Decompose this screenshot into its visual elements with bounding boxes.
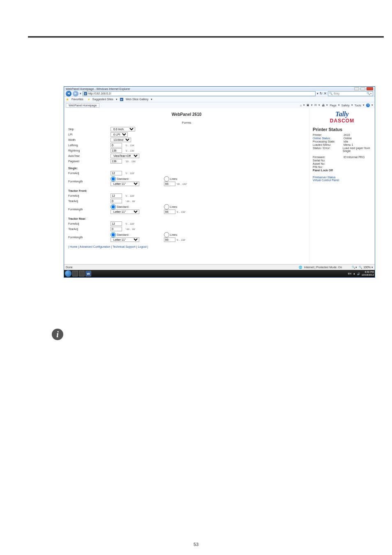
refresh-icon[interactable]: ↻ bbox=[320, 92, 323, 95]
suggested-sites-link[interactable]: Suggested Sites bbox=[92, 98, 113, 101]
autotear-select[interactable]: ViewTear=Off bbox=[111, 154, 139, 158]
tf-formadj-input[interactable] bbox=[111, 193, 122, 198]
lpi-select[interactable]: 6 LPI bbox=[111, 132, 128, 137]
pagewid-label: Pagewid bbox=[68, 160, 107, 163]
safety-menu[interactable]: Safety bbox=[341, 104, 350, 107]
tf-standard-radio[interactable] bbox=[111, 204, 116, 210]
maximize-button[interactable] bbox=[360, 87, 365, 90]
tf-lines-input[interactable] bbox=[164, 210, 175, 214]
address-bar[interactable]: e http://192.168.0.2/ bbox=[83, 91, 316, 96]
rightmrg-input[interactable] bbox=[111, 148, 122, 153]
web-slice-link[interactable]: Web Slice Gallery bbox=[126, 98, 149, 101]
tf-standard-select[interactable]: Letter 11" bbox=[111, 210, 139, 214]
print-icon[interactable]: 🖶 bbox=[322, 104, 325, 107]
tray-icon[interactable]: ▲ bbox=[353, 272, 355, 275]
forward-button[interactable]: ► bbox=[73, 91, 78, 97]
url-text: http://192.168.0.2/ bbox=[88, 92, 111, 95]
window-titlebar: WebPanel Homepage - Windows Internet Exp… bbox=[64, 87, 375, 91]
clock-date[interactable]: 10/18/2012 bbox=[362, 274, 374, 276]
tr-lines-radio[interactable] bbox=[164, 232, 169, 237]
tools-menu[interactable]: Tools bbox=[355, 104, 361, 107]
stop-icon[interactable]: ✕ bbox=[324, 92, 327, 95]
forms-header: Forms bbox=[68, 121, 305, 124]
footer-links[interactable]: | Home | Advanced Configuration | Techni… bbox=[68, 245, 305, 248]
formlength-label: Formlength bbox=[68, 180, 107, 183]
language-indicator[interactable]: EN bbox=[348, 272, 351, 275]
close-button[interactable] bbox=[367, 87, 373, 90]
volume-icon[interactable]: 🔊 bbox=[357, 272, 360, 275]
tractor-rear-header: Tractor Rear: bbox=[68, 217, 305, 220]
width-label: Width bbox=[68, 138, 107, 141]
favorites-label: Favorites bbox=[71, 98, 83, 101]
favorites-icon[interactable]: ★ bbox=[66, 97, 69, 101]
formadj-input[interactable] bbox=[111, 171, 122, 175]
mail-icon[interactable]: ✉ bbox=[314, 104, 317, 107]
tf-tearadj-input[interactable] bbox=[111, 199, 122, 203]
formadj-label: FormAdj bbox=[68, 172, 107, 175]
rightmrg-label: Rightmrg bbox=[68, 149, 107, 152]
printserver-status-link[interactable]: Printserver Status bbox=[313, 176, 371, 179]
single-header: Single: bbox=[68, 167, 305, 170]
clock-time[interactable]: 8:50 PM bbox=[362, 271, 374, 274]
single-standard-radio[interactable] bbox=[111, 176, 116, 182]
single-lines-radio[interactable] bbox=[164, 176, 169, 182]
virtual-control-panel-link[interactable]: Virtual Control Panel bbox=[313, 179, 371, 182]
status-done: Done bbox=[66, 266, 73, 269]
autotear-label: AutoTear bbox=[68, 154, 107, 157]
info-icon: i bbox=[52, 329, 63, 340]
search-icon: 🔍 bbox=[329, 92, 333, 95]
status-zone: Internet | Protected Mode: On bbox=[304, 266, 342, 269]
window-title: WebPanel Homepage - Windows Internet Exp… bbox=[66, 88, 130, 90]
page-menu[interactable]: Page bbox=[330, 104, 336, 107]
tf-lines-radio[interactable] bbox=[164, 204, 169, 210]
tr-standard-select[interactable]: Letter 11" bbox=[111, 237, 139, 242]
tractor-front-header: Tractor Front: bbox=[68, 189, 305, 192]
browser-tab[interactable]: WebPanel Homepage bbox=[66, 103, 99, 108]
start-button[interactable] bbox=[65, 270, 71, 277]
lpi-label: LPI bbox=[68, 133, 107, 136]
zoom-level[interactable]: 🔍 100% ▾ bbox=[359, 266, 373, 269]
skip-label: Skip bbox=[68, 128, 107, 131]
task-icon-folder[interactable] bbox=[79, 271, 85, 276]
page-title: WebPanel 2610 bbox=[68, 112, 305, 117]
tr-standard-radio[interactable] bbox=[111, 232, 116, 237]
single-lines-input[interactable] bbox=[164, 182, 175, 186]
ie-icon: e bbox=[84, 92, 87, 95]
tab-label: WebPanel Homepage bbox=[69, 104, 97, 107]
help-icon[interactable]: ? bbox=[366, 104, 370, 107]
leftmrg-label: Leftmrg bbox=[68, 144, 107, 147]
home-icon[interactable]: ⌂ bbox=[300, 104, 302, 107]
back-button[interactable]: ◄ bbox=[66, 91, 71, 97]
tearadj-label: TearAdj bbox=[68, 200, 107, 203]
minimize-button[interactable] bbox=[354, 87, 359, 90]
single-standard-select[interactable]: Letter 11" bbox=[111, 182, 139, 186]
logo: Tally DASCOM bbox=[313, 111, 371, 124]
tr-formadj-input[interactable] bbox=[111, 221, 122, 226]
tr-lines-input[interactable] bbox=[164, 237, 175, 242]
tr-tearadj-input[interactable] bbox=[111, 227, 122, 231]
width-select[interactable]: 13.6Inch bbox=[111, 138, 131, 142]
feeds-icon[interactable]: ▣ bbox=[307, 104, 309, 107]
page-number: 53 bbox=[0, 542, 392, 547]
leftmrg-input[interactable] bbox=[111, 143, 122, 147]
search-placeholder: Bing bbox=[334, 92, 339, 95]
printer-status-header: Printer Status bbox=[313, 127, 371, 132]
task-icon-word[interactable]: W bbox=[85, 271, 91, 276]
task-icon-explorer[interactable] bbox=[72, 271, 78, 276]
search-box[interactable]: 🔍 Bing 🔍▾ bbox=[328, 91, 373, 96]
taskbar: W EN ▲ 🔊 8:50 PM 10/18/2012 bbox=[64, 270, 375, 277]
skip-select[interactable]: 0.0 Inch bbox=[111, 127, 135, 131]
pagewid-input[interactable] bbox=[111, 159, 122, 164]
